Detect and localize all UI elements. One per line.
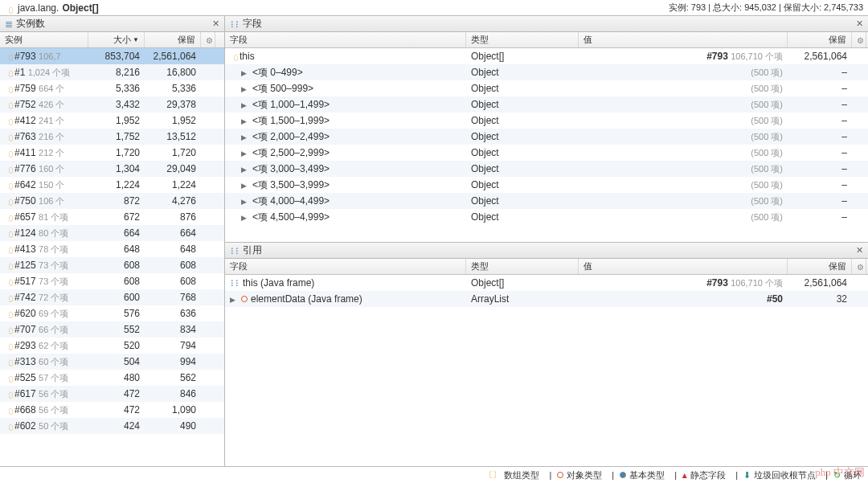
chevron-right-icon[interactable]: ▶ (241, 214, 249, 222)
close-icon[interactable]: ✕ (856, 245, 863, 256)
table-row[interactable]: thisObject[]#793 106,710 个项2,561,064 (225, 48, 868, 64)
table-row[interactable]: #617 56 个项472846 (0, 386, 224, 402)
table-row[interactable]: #620 69 个项576636 (0, 305, 224, 321)
table-row[interactable]: #657 81 个项672876 (0, 209, 224, 225)
table-row[interactable]: #125 73 个项608608 (0, 257, 224, 273)
array-icon (5, 357, 13, 365)
table-row[interactable]: #525 57 个项480562 (0, 370, 224, 386)
fields-rows[interactable]: thisObject[]#793 106,710 个项2,561,064▶<项 … (225, 48, 868, 242)
array-icon (5, 389, 13, 397)
object-icon (241, 296, 248, 302)
chevron-right-icon[interactable]: ▶ (241, 69, 249, 77)
chevron-right-icon[interactable]: ▶ (241, 182, 249, 190)
chevron-right-icon[interactable]: ▶ (241, 149, 249, 158)
table-row[interactable]: #411 212 个1,7201,720 (0, 145, 224, 161)
col-menu[interactable] (852, 259, 866, 274)
table-row[interactable]: #412 241 个1,9521,952 (0, 113, 224, 129)
table-row[interactable]: ⫶⫶this (Java frame)Object[]#793 106,710 … (225, 275, 868, 291)
array-icon (5, 244, 13, 252)
col-retained[interactable]: 保留 (788, 32, 852, 47)
refs-columns: 字段 类型 值 保留 (225, 259, 868, 275)
col-type[interactable]: 类型 (466, 259, 579, 274)
array-icon (5, 341, 13, 349)
refs-panel: ⫶⫶ 引用 ✕ 字段 类型 值 保留 ⫶⫶this (Java frame)Ob… (225, 243, 868, 466)
table-row[interactable]: #313 60 个项504994 (0, 354, 224, 370)
table-row[interactable]: ▶<项 2,500–2,999>Object(500 项)– (225, 145, 868, 161)
col-field[interactable]: 字段 (225, 32, 466, 47)
sort-desc-icon: ▼ (133, 36, 139, 43)
table-row[interactable]: ▶<项 500–999>Object(500 项)– (225, 80, 868, 96)
table-row[interactable]: ▶<项 0–499>Object(500 项)– (225, 64, 868, 80)
array-icon (5, 260, 13, 268)
fields-panel-header: ⫶⫶ 字段 ✕ (225, 16, 868, 32)
header-stats: 实例: 793 | 总大小: 945,032 | 保留大小: 2,745,733 (669, 2, 863, 14)
table-row[interactable]: #793 106,7853,7042,561,064 (0, 48, 224, 64)
table-row[interactable]: #707 66 个项552834 (0, 321, 224, 338)
table-row[interactable]: #124 80 个项664664 (0, 225, 224, 241)
close-icon[interactable]: ✕ (212, 18, 219, 29)
table-row[interactable]: ▶<项 2,000–2,499>Object(500 项)– (225, 129, 868, 145)
table-row[interactable]: #413 78 个项648648 (0, 241, 224, 257)
array-icon (5, 84, 13, 92)
chevron-right-icon[interactable]: ▶ (241, 166, 249, 174)
array-icon (5, 325, 13, 333)
table-row[interactable]: ▶<项 3,500–3,999>Object(500 项)– (225, 177, 868, 193)
chevron-right-icon[interactable]: ▶ (241, 85, 249, 93)
table-row[interactable]: #517 73 个项608608 (0, 273, 224, 289)
array-icon (5, 164, 13, 172)
instances-rows[interactable]: #793 106,7853,7042,561,064#1 1,024 个项8,2… (0, 48, 224, 466)
legend-array: 〔〕数组类型 (485, 469, 539, 481)
array-icon (5, 180, 13, 188)
table-row[interactable]: ▶<项 3,000–3,499>Object(500 项)– (225, 161, 868, 177)
col-value[interactable]: 值 (579, 32, 788, 47)
instances-columns: 实例 大小▼ 保留 (0, 32, 224, 48)
refs-icon: ⫶⫶ (230, 245, 240, 256)
array-icon (5, 293, 13, 301)
col-field[interactable]: 字段 (225, 259, 466, 274)
status-bar: 〔〕数组类型 | 对象类型 | 基本类型 | ▴静态字段 | ⬇垃圾回收根节点 … (0, 466, 868, 483)
list-icon: ≣ (5, 18, 13, 30)
array-icon (5, 276, 13, 284)
col-value[interactable]: 值 (579, 259, 788, 274)
fields-panel: ⫶⫶ 字段 ✕ 字段 类型 值 保留 thisObject[]#793 106,… (225, 16, 868, 243)
chevron-right-icon[interactable]: ▶ (241, 117, 249, 125)
table-row[interactable]: #759 664 个5,3365,336 (0, 80, 224, 96)
page-title: java.lang.Object[] (5, 2, 99, 14)
table-row[interactable]: #742 72 个项600768 (0, 289, 224, 305)
table-row[interactable]: #1 1,024 个项8,21616,800 (0, 64, 224, 80)
table-row[interactable]: #293 62 个项520794 (0, 338, 224, 354)
col-menu[interactable] (852, 32, 866, 47)
legend-primitive: | 基本类型 (612, 469, 665, 481)
table-row[interactable]: ▶elementData (Java frame)ArrayList#50 32 (225, 291, 868, 307)
instances-panel-title: 实例数 (16, 17, 45, 31)
col-instance[interactable]: 实例 (0, 32, 88, 47)
table-row[interactable]: ▶<项 1,500–1,999>Object(500 项)– (225, 113, 868, 129)
col-size[interactable]: 大小▼ (88, 32, 145, 47)
chevron-right-icon[interactable]: ▶ (230, 296, 238, 304)
table-row[interactable]: ▶<项 4,500–4,999>Object(500 项)– (225, 209, 868, 225)
array-icon (5, 309, 13, 317)
table-row[interactable]: ▶<项 1,000–1,499>Object(500 项)– (225, 96, 868, 113)
col-retained[interactable]: 保留 (788, 259, 852, 274)
table-row[interactable]: #642 150 个1,2241,224 (0, 177, 224, 193)
chevron-right-icon[interactable]: ▶ (241, 133, 249, 141)
col-type[interactable]: 类型 (466, 32, 579, 47)
array-icon (5, 421, 13, 429)
table-row[interactable]: #752 426 个3,43229,378 (0, 96, 224, 113)
table-row[interactable]: #668 56 个项4721,090 (0, 402, 224, 418)
gear-icon (857, 35, 864, 45)
table-row[interactable]: #750 106 个8724,276 (0, 193, 224, 209)
chevron-right-icon[interactable]: ▶ (241, 198, 249, 206)
col-retained[interactable]: 保留 (145, 32, 201, 47)
close-icon[interactable]: ✕ (856, 18, 863, 29)
table-row[interactable]: #602 50 个项424490 (0, 418, 224, 434)
table-row[interactable]: ▶<项 4,000–4,499>Object(500 项)– (225, 193, 868, 209)
class-prefix: java.lang. (18, 2, 59, 14)
gear-icon (206, 35, 213, 45)
chevron-right-icon[interactable]: ▶ (241, 101, 249, 109)
table-row[interactable]: #776 160 个1,30429,049 (0, 161, 224, 177)
refs-rows[interactable]: ⫶⫶this (Java frame)Object[]#793 106,710 … (225, 275, 868, 466)
array-icon (5, 228, 13, 236)
col-menu[interactable] (201, 32, 215, 47)
table-row[interactable]: #763 216 个1,75213,512 (0, 129, 224, 145)
